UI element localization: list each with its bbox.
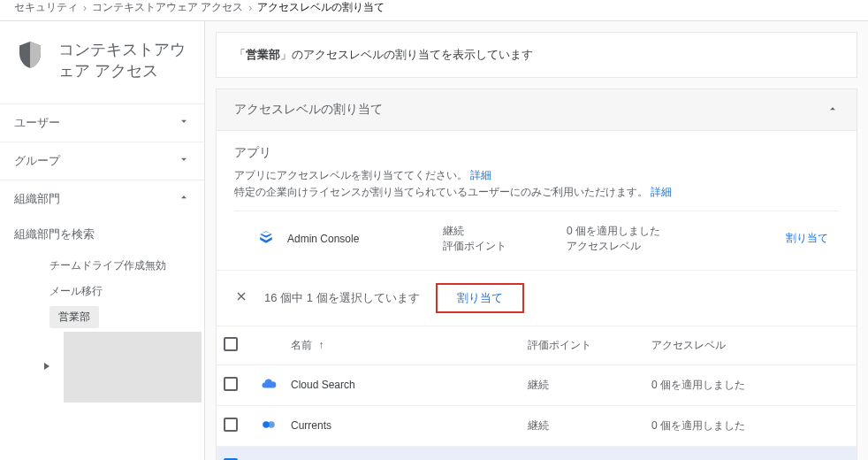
banner-prefix: 「 [234,48,246,61]
info-acc-line1: 0 個を適用しました [567,224,761,239]
app-name: Currents [291,419,331,432]
selection-count-text: 16 個中 1 個を選択しています [264,290,420,306]
row-checkbox[interactable] [224,418,238,432]
breadcrumb-sep: › [248,2,252,14]
breadcrumb: セキュリティ › コンテキストアウェア アクセス › アクセスレベルの割り当て [0,0,868,20]
select-all-checkbox[interactable] [224,337,238,351]
main-content: 「営業部」のアクセスレベルの割り当てを表示しています アクセスレベルの割り当て … [205,21,868,460]
org-tree: チームドライブ作成無効 メール移行 営業部 [0,248,204,410]
col-name-header[interactable]: 名前 [291,339,312,351]
app-access: 0 個を適用しました [651,419,745,432]
breadcrumb-sep: › [83,2,87,14]
svg-point-1 [268,421,275,428]
col-eval-header[interactable]: 評価ポイント [521,326,644,365]
sort-asc-icon[interactable]: ↑ [318,339,324,351]
admin-console-name: Admin Console [287,233,443,245]
chevron-up-icon [826,103,839,118]
selection-bar: 16 個中 1 個を選択しています 割り当て [217,270,857,326]
org-tree-placeholder [64,332,202,402]
row-checkbox[interactable] [224,377,238,391]
shield-icon [14,39,46,82]
chevron-down-icon [178,115,190,130]
org-tree-item[interactable]: メール移行 [14,279,204,304]
info-eval-line2: 評価ポイント [443,239,567,254]
banner-suffix: 」のアクセスレベルの割り当てを表示しています [280,48,533,61]
panel-header[interactable]: アクセスレベルの割り当て [217,89,857,131]
breadcrumb-item-assign: アクセスレベルの割り当て [257,0,385,15]
chevron-down-icon [178,153,190,168]
app-eval: 継続 [528,419,549,432]
org-banner: 「営業部」のアクセスレベルの割り当てを表示しています [216,32,857,78]
details-link[interactable]: 詳細 [651,186,672,198]
details-link[interactable]: 詳細 [470,169,491,181]
apps-desc-2: 特定の企業向けライセンスが割り当てられているユーザーにのみご利用いただけます。 … [234,185,839,200]
breadcrumb-item-context-aware[interactable]: コンテキストアウェア アクセス [92,0,243,15]
col-access-header[interactable]: アクセスレベル [644,326,857,365]
sidebar-item-groups[interactable]: グループ [0,142,204,180]
assign-link[interactable]: 割り当て [761,231,832,246]
sidebar-item-label: 組織部門 [14,191,60,207]
app-eval: 継続 [528,379,549,391]
desc-text: 特定の企業向けライセンスが割り当てられているユーザーにのみご利用いただけます。 [234,186,648,198]
chevron-up-icon [178,191,190,206]
org-search-label[interactable]: 組織部門を検索 [0,218,204,248]
app-access: 0 個を適用しました [651,379,745,391]
desc-text: アプリにアクセスレベルを割り当ててください。 [234,169,468,181]
table-row[interactable]: Cloud Search継続0 個を適用しました [217,364,857,405]
admin-console-icon [258,229,274,248]
org-tree-item-selected[interactable]: 営業部 [49,306,99,328]
sidebar-title: コンテキストアウェア アクセス [58,39,190,82]
breadcrumb-item-security[interactable]: セキュリティ [14,0,78,15]
cloud-search-icon [261,382,277,395]
apps-section-title: アプリ [234,145,839,161]
sidebar: コンテキストアウェア アクセス ユーザー グループ 組織部門 組織部門を検索 チ… [0,21,205,460]
table-row[interactable]: Gmail継続0 個を適用しました [217,446,857,460]
info-acc-line2: アクセスレベル [567,239,761,254]
apps-table: 名前 ↑ 評価ポイント アクセスレベル Cloud Search継続0 個を適用… [217,326,857,460]
assign-button[interactable]: 割り当て [436,283,524,313]
close-icon[interactable] [234,289,248,306]
expand-caret-icon[interactable] [42,360,51,373]
currents-icon [261,423,277,435]
sidebar-item-label: ユーザー [14,115,60,131]
admin-console-row[interactable]: Admin Console 継続 評価ポイント 0 個を適用しました アクセスレ… [234,211,839,266]
info-eval-line1: 継続 [443,224,567,239]
banner-org-name: 営業部 [246,48,280,61]
app-name: Cloud Search [291,379,355,391]
table-row[interactable]: Currents継続0 個を適用しました [217,405,857,446]
sidebar-item-users[interactable]: ユーザー [0,104,204,142]
org-tree-item[interactable]: チームドライブ作成無効 [14,253,204,279]
sidebar-hero: コンテキストアウェア アクセス [0,21,204,104]
apps-desc-1: アプリにアクセスレベルを割り当ててください。 詳細 [234,168,839,183]
assign-panel: アクセスレベルの割り当て アプリ アプリにアクセスレベルを割り当ててください。 … [216,88,857,460]
sidebar-item-orgs[interactable]: 組織部門 [0,180,204,218]
panel-title: アクセスレベルの割り当て [234,102,383,118]
sidebar-item-label: グループ [14,153,60,169]
